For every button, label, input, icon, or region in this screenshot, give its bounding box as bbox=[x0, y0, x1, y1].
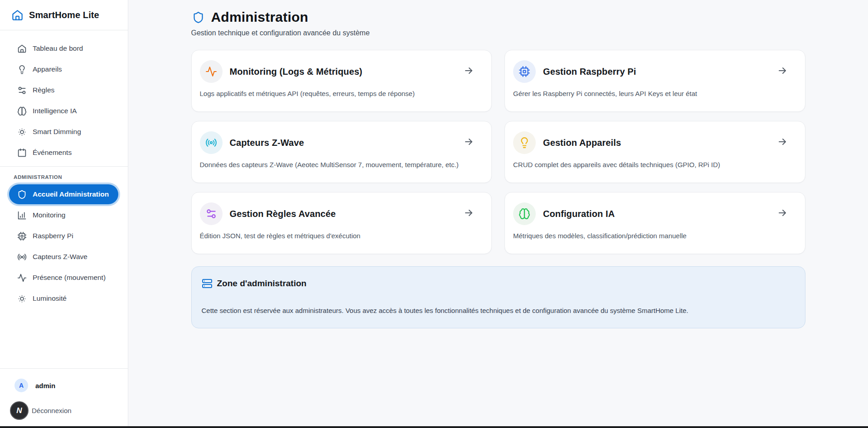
logout-label: Déconnexion bbox=[32, 407, 72, 414]
sidebar-item-regles[interactable]: Règles bbox=[9, 80, 118, 100]
sidebar-divider bbox=[0, 166, 128, 167]
sidebar-item-accueil-administration[interactable]: Accueil Administration bbox=[9, 184, 118, 204]
user-row: A admin bbox=[0, 379, 128, 392]
card-title: Configuration IA bbox=[543, 209, 615, 219]
sun-dim-icon bbox=[17, 127, 27, 137]
sidebar-nav: Tableau de bord Appareils Règles Intelli… bbox=[0, 30, 128, 309]
card-icon-circle bbox=[200, 202, 223, 225]
card-title: Monitoring (Logs & Métriques) bbox=[230, 67, 363, 77]
card-title: Gestion Règles Avancée bbox=[230, 209, 336, 219]
card-capteurs-z-wave[interactable]: Capteurs Z-Wave Données des capteurs Z-W… bbox=[191, 121, 492, 183]
card-gestion-raspberry-pi[interactable]: Gestion Raspberry Pi Gérer les Raspberry… bbox=[504, 50, 805, 112]
card-icon-circle bbox=[200, 131, 223, 154]
lightbulb-icon bbox=[519, 137, 530, 149]
screen-bottom-edge bbox=[0, 426, 868, 428]
sidebar-item-label: Luminosité bbox=[33, 294, 67, 303]
sidebar-item-intelligence-ia[interactable]: Intelligence IA bbox=[9, 101, 118, 121]
card-gestion-regles-avancee[interactable]: Gestion Règles Avancée Édition JSON, tes… bbox=[191, 192, 492, 254]
shield-icon bbox=[192, 11, 204, 24]
admin-cards-grid: Monitoring (Logs & Métriques) Logs appli… bbox=[191, 50, 805, 254]
card-icon-circle bbox=[513, 202, 536, 225]
sidebar-item-presence-mouvement[interactable]: Présence (mouvement) bbox=[9, 268, 118, 288]
main-content: Administration Gestion technique et conf… bbox=[128, 0, 868, 428]
sidebar-item-appareils[interactable]: Appareils bbox=[9, 59, 118, 79]
sidebar-item-smart-dimming[interactable]: Smart Dimming bbox=[9, 122, 118, 142]
page-title: Administration bbox=[211, 10, 308, 25]
card-icon-circle bbox=[200, 60, 223, 83]
sidebar-item-label: Capteurs Z-Wave bbox=[33, 253, 87, 261]
brain-icon bbox=[519, 208, 530, 220]
card-title: Gestion Raspberry Pi bbox=[543, 67, 636, 77]
sidebar-item-label: Présence (mouvement) bbox=[33, 274, 106, 282]
server-icon bbox=[202, 278, 213, 289]
sidebar-item-label: Smart Dimming bbox=[33, 128, 81, 136]
arrow-right-icon[interactable] bbox=[777, 136, 788, 149]
card-description: Logs applicatifs et métriques API (requê… bbox=[200, 90, 483, 97]
arrow-right-icon[interactable] bbox=[777, 65, 788, 78]
sidebar-item-label: Appareils bbox=[33, 65, 62, 73]
arrow-right-icon[interactable] bbox=[463, 136, 474, 149]
home-icon bbox=[17, 44, 27, 53]
app-logo: SmartHome Lite bbox=[0, 0, 128, 30]
sidebar-item-label: Accueil Administration bbox=[33, 190, 109, 198]
sidebar-item-label: Événements bbox=[33, 149, 72, 157]
banner-text: Cette section est réservée aux administr… bbox=[202, 307, 793, 314]
bar-chart-icon bbox=[17, 211, 27, 220]
app-title: SmartHome Lite bbox=[29, 10, 99, 20]
page-subtitle: Gestion technique et configuration avanc… bbox=[191, 29, 805, 37]
banner-title: Zone d'administration bbox=[217, 279, 307, 289]
calendar-icon bbox=[17, 148, 27, 158]
shield-icon bbox=[17, 190, 27, 199]
card-icon-circle bbox=[513, 131, 536, 154]
card-description: Données des capteurs Z-Wave (Aeotec Mult… bbox=[200, 161, 483, 168]
sidebar: SmartHome Lite Tableau de bord Appareils… bbox=[0, 0, 128, 428]
avatar: A bbox=[15, 379, 28, 392]
logout-button[interactable]: N Déconnexion bbox=[0, 401, 128, 420]
arrow-right-icon[interactable] bbox=[463, 65, 474, 78]
sidebar-item-label: Tableau de bord bbox=[33, 44, 83, 53]
activity-icon bbox=[17, 273, 27, 283]
sliders-icon bbox=[17, 86, 27, 95]
sidebar-item-label: Monitoring bbox=[33, 211, 65, 219]
lightbulb-icon bbox=[17, 65, 27, 74]
arrow-right-icon[interactable] bbox=[463, 207, 474, 220]
username: admin bbox=[35, 382, 55, 390]
sidebar-item-label: Règles bbox=[33, 86, 54, 94]
sidebar-item-tableau-de-bord[interactable]: Tableau de bord bbox=[9, 38, 118, 58]
activity-icon bbox=[205, 66, 217, 77]
page-header: Administration bbox=[191, 10, 805, 25]
sidebar-item-raspberry-pi[interactable]: Raspberry Pi bbox=[9, 226, 118, 246]
card-title: Capteurs Z-Wave bbox=[230, 138, 304, 148]
sidebar-item-luminosite[interactable]: Luminosité bbox=[9, 289, 118, 308]
sidebar-item-label: Raspberry Pi bbox=[33, 232, 73, 240]
card-title: Gestion Appareils bbox=[543, 138, 621, 148]
card-description: Gérer les Raspberry Pi connectés, leurs … bbox=[513, 90, 796, 97]
card-description: CRUD complet des appareils avec détails … bbox=[513, 161, 796, 168]
sidebar-footer: A admin N Déconnexion bbox=[0, 368, 128, 426]
card-description: Métriques des modèles, classification/pr… bbox=[513, 232, 796, 240]
brain-icon bbox=[17, 106, 27, 116]
arrow-right-icon[interactable] bbox=[777, 207, 788, 220]
cpu-icon bbox=[17, 231, 27, 241]
sliders-icon bbox=[205, 208, 217, 220]
admin-zone-banner: Zone d'administration Cette section est … bbox=[191, 266, 805, 328]
card-icon-circle bbox=[513, 60, 536, 83]
sidebar-item-monitoring[interactable]: Monitoring bbox=[9, 205, 118, 225]
card-configuration-ia[interactable]: Configuration IA Métriques des modèles, … bbox=[504, 192, 805, 254]
sidebar-item-capteurs-z-wave[interactable]: Capteurs Z-Wave bbox=[9, 247, 118, 267]
cursor-overlay-icon: N bbox=[10, 401, 29, 420]
sidebar-item-label: Intelligence IA bbox=[33, 107, 77, 115]
sun-dim-icon bbox=[17, 294, 27, 303]
sidebar-section-administration: ADMINISTRATION bbox=[14, 174, 128, 180]
home-logo-icon bbox=[11, 9, 24, 21]
radio-icon bbox=[205, 137, 217, 149]
card-gestion-appareils[interactable]: Gestion Appareils CRUD complet des appar… bbox=[504, 121, 805, 183]
radio-icon bbox=[17, 252, 27, 262]
sidebar-item-evenements[interactable]: Événements bbox=[9, 143, 118, 163]
card-description: Édition JSON, test de règles et métrique… bbox=[200, 232, 483, 240]
card-monitoring[interactable]: Monitoring (Logs & Métriques) Logs appli… bbox=[191, 50, 492, 112]
cpu-icon bbox=[519, 66, 530, 77]
